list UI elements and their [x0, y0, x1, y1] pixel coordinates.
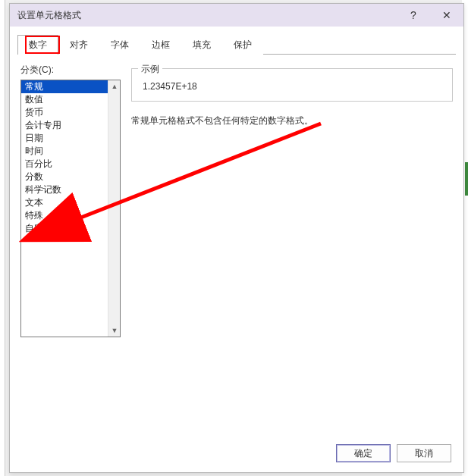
list-item-label: 自定义 — [25, 223, 52, 233]
category-column: 分类(C): 常规 数值 货币 会计专用 日期 时间 百分比 分数 科学记数 文… — [20, 64, 121, 403]
list-item-label: 货币 — [25, 107, 43, 117]
tab-content-number: 分类(C): 常规 数值 货币 会计专用 日期 时间 百分比 分数 科学记数 文… — [10, 55, 463, 403]
list-item-label: 日期 — [25, 133, 43, 143]
tab-border[interactable]: 边框 — [140, 35, 181, 55]
category-item-custom[interactable]: 自定义 — [21, 222, 120, 235]
sample-value: 1.23457E+18 — [141, 77, 444, 93]
titlebar: 设置单元格格式 ? ✕ — [10, 4, 463, 27]
category-item-accounting[interactable]: 会计专用 — [21, 119, 120, 132]
tab-fill[interactable]: 填充 — [181, 35, 222, 55]
button-label: 确定 — [354, 447, 372, 460]
app-left-separator — [5, 0, 5, 476]
list-item-label: 数值 — [25, 94, 43, 105]
chevron-down-icon: ▼ — [112, 327, 118, 334]
list-item-label: 特殊 — [25, 210, 43, 221]
details-column: 示例 1.23457E+18 常规单元格格式不包含任何特定的数字格式。 — [131, 64, 453, 403]
tab-protection[interactable]: 保护 — [222, 35, 263, 55]
sample-group: 示例 1.23457E+18 — [131, 68, 453, 102]
dialog-footer: 确定 取消 — [10, 434, 463, 472]
category-item-percentage[interactable]: 百分比 — [21, 158, 120, 171]
cancel-button[interactable]: 取消 — [397, 444, 451, 462]
scroll-down-button[interactable]: ▼ — [108, 324, 121, 337]
list-item-label: 时间 — [25, 146, 43, 156]
format-description: 常规单元格格式不包含任何特定的数字格式。 — [131, 114, 453, 128]
category-item-fraction[interactable]: 分数 — [21, 171, 120, 183]
tab-label: 保护 — [234, 39, 252, 50]
tab-number[interactable]: 数字 — [17, 35, 58, 55]
list-item-label: 科学记数 — [25, 184, 61, 195]
button-label: 取消 — [415, 447, 433, 460]
app-right-accent — [465, 162, 468, 196]
tab-label: 填充 — [193, 39, 211, 50]
tabs: 数字 对齐 字体 边框 填充 保护 — [10, 27, 463, 54]
help-icon: ? — [410, 9, 416, 21]
category-item-currency[interactable]: 货币 — [21, 106, 120, 119]
chevron-up-icon: ▲ — [112, 83, 118, 90]
category-item-special[interactable]: 特殊 — [21, 209, 120, 222]
tab-label: 字体 — [111, 39, 129, 50]
category-item-scientific[interactable]: 科学记数 — [21, 183, 120, 196]
format-cells-dialog: 设置单元格格式 ? ✕ 数字 对齐 字体 边框 填充 保护 分类(C): 常规 … — [9, 3, 464, 473]
category-listbox[interactable]: 常规 数值 货币 会计专用 日期 时间 百分比 分数 科学记数 文本 特殊 自定… — [20, 80, 121, 337]
close-icon: ✕ — [442, 9, 451, 21]
tab-label: 对齐 — [70, 39, 88, 50]
tab-label: 数字 — [29, 39, 47, 50]
help-button[interactable]: ? — [397, 4, 430, 27]
scroll-up-button[interactable]: ▲ — [108, 80, 121, 92]
category-item-date[interactable]: 日期 — [21, 132, 120, 145]
category-scrollbar[interactable]: ▲ ▼ — [108, 80, 120, 337]
list-item-label: 常规 — [25, 81, 43, 92]
list-item-label: 分数 — [25, 171, 43, 182]
category-item-general[interactable]: 常规 — [21, 80, 120, 93]
category-label: 分类(C): — [20, 64, 121, 77]
category-item-text[interactable]: 文本 — [21, 196, 120, 209]
tab-label: 边框 — [152, 39, 170, 50]
tab-font[interactable]: 字体 — [99, 35, 140, 55]
list-item-label: 百分比 — [25, 158, 52, 169]
category-item-number[interactable]: 数值 — [21, 93, 120, 106]
tab-alignment[interactable]: 对齐 — [58, 35, 99, 55]
dialog-title: 设置单元格格式 — [17, 9, 397, 22]
list-item-label: 文本 — [25, 197, 43, 208]
ok-button[interactable]: 确定 — [336, 444, 391, 462]
category-item-time[interactable]: 时间 — [21, 145, 120, 158]
sample-label: 示例 — [138, 63, 162, 76]
close-button[interactable]: ✕ — [430, 4, 463, 27]
list-item-label: 会计专用 — [25, 120, 61, 130]
